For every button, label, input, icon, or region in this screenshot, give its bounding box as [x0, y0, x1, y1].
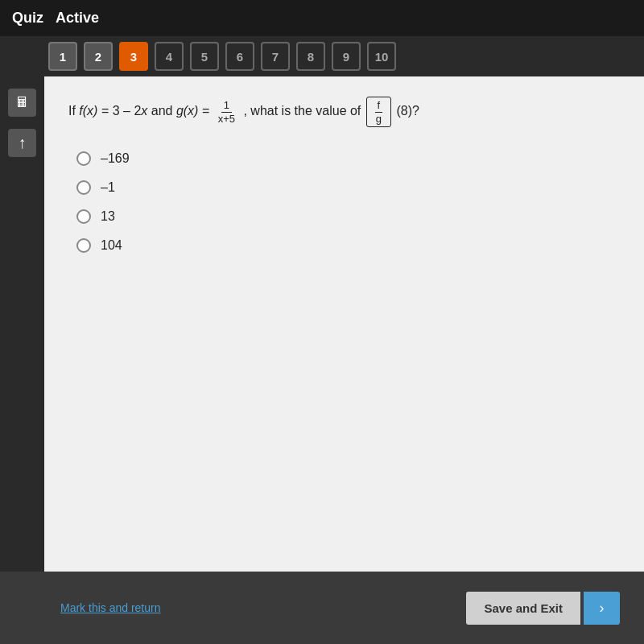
save-exit-button[interactable]: Save and Exit — [466, 592, 580, 625]
fraction-numerator: 1 — [221, 99, 232, 113]
question-number-6[interactable]: 6 — [225, 42, 254, 71]
answer-option-3[interactable]: 104 — [76, 238, 620, 253]
question-suffix: (8)? — [396, 104, 419, 118]
question-number-4[interactable]: 4 — [155, 42, 184, 71]
option-label-2: 13 — [101, 209, 115, 224]
bracket-fraction: f g — [374, 99, 384, 125]
bracket-num: f — [375, 99, 383, 113]
option-label-3: 104 — [101, 238, 122, 253]
question-number-1[interactable]: 1 — [48, 42, 77, 71]
option-label-1: –1 — [101, 180, 115, 195]
active-label: Active — [56, 10, 99, 27]
answer-option-1[interactable]: –1 — [76, 180, 620, 195]
question-number-8[interactable]: 8 — [296, 42, 325, 71]
answer-option-0[interactable]: –169 — [76, 151, 620, 166]
radio-0[interactable] — [76, 151, 91, 166]
nav-up-icon[interactable]: ↑ — [8, 129, 36, 157]
main-content: If f(x) = 3 – 2x and g(x) = 1 x+5 , what… — [44, 76, 644, 572]
bottom-bar: Mark this and return Save and Exit › — [0, 572, 644, 644]
question-text: If f(x) = 3 – 2x and g(x) = 1 x+5 , what… — [68, 97, 620, 127]
top-bar: Quiz Active — [0, 0, 644, 36]
question-number-3[interactable]: 3 — [119, 42, 148, 71]
fraction-display: 1 x+5 — [216, 99, 237, 125]
mark-return-link[interactable]: Mark this and return — [60, 601, 161, 614]
bottom-right-buttons: Save and Exit › — [466, 592, 620, 625]
calculator-icon[interactable]: 🖩 — [8, 89, 36, 117]
next-button[interactable]: › — [584, 592, 620, 625]
quiz-label: Quiz — [12, 10, 43, 27]
answer-option-2[interactable]: 13 — [76, 209, 620, 224]
option-label-0: –169 — [101, 151, 130, 166]
radio-3[interactable] — [76, 238, 91, 253]
question-number-7[interactable]: 7 — [261, 42, 290, 71]
sidebar-left: 🖩 ↑ — [0, 76, 44, 576]
bracketed-fraction: f g — [366, 97, 391, 127]
question-number-10[interactable]: 10 — [367, 42, 396, 71]
radio-2[interactable] — [76, 209, 91, 224]
answer-options: –169–113104 — [76, 151, 620, 253]
question-number-5[interactable]: 5 — [190, 42, 219, 71]
question-number-2[interactable]: 2 — [84, 42, 113, 71]
question-number-9[interactable]: 9 — [332, 42, 361, 71]
bracket-den: g — [374, 113, 384, 126]
question-numbers-bar: 12345678910 — [0, 36, 644, 76]
fraction-denominator: x+5 — [216, 113, 237, 126]
question-mid: , what is the value of — [243, 104, 364, 118]
question-prefix: If f(x) = 3 – 2x and g(x) = — [68, 104, 213, 118]
radio-1[interactable] — [76, 180, 91, 195]
